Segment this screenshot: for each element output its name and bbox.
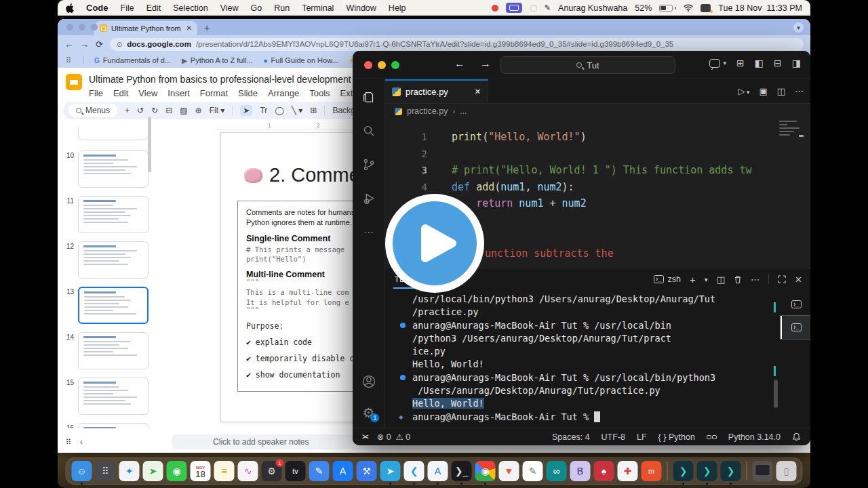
- text-tool-icon[interactable]: Tr: [260, 106, 267, 115]
- dock-icon-terminal[interactable]: ❯_: [452, 461, 472, 481]
- dock-icon-maps[interactable]: ➤: [143, 461, 163, 481]
- textbox-tool-icon[interactable]: ⊞: [310, 106, 317, 115]
- menubar-item-file[interactable]: File: [121, 3, 134, 13]
- slides-menu-format[interactable]: Format: [200, 88, 228, 98]
- accounts-icon[interactable]: [361, 373, 377, 390]
- reload-icon[interactable]: ⟳: [96, 39, 103, 49]
- slide-thumbnail-image[interactable]: [78, 196, 149, 233]
- copilot-status-icon[interactable]: [707, 435, 717, 439]
- select-tool-icon[interactable]: ➤: [240, 105, 252, 116]
- tab-close-icon[interactable]: ✕: [186, 24, 192, 32]
- dock-icon-chrome[interactable]: ◉: [475, 461, 496, 481]
- menubar-date[interactable]: Tue 18 Nov: [718, 3, 762, 13]
- slides-logo-icon[interactable]: [66, 74, 82, 90]
- command-center-search[interactable]: Tut: [500, 56, 675, 74]
- bookmark-item[interactable]: GFundamentals of d...: [94, 56, 171, 64]
- menubar-item-view[interactable]: View: [220, 3, 239, 13]
- dock-icon-arduino[interactable]: ∞: [547, 461, 567, 481]
- terminal-instance-1[interactable]: ❯_: [781, 293, 810, 316]
- terminal-instance-2[interactable]: ❯_: [781, 316, 810, 339]
- menubar-clock[interactable]: 11:33 PM: [766, 3, 802, 13]
- dock-icon-cards-app[interactable]: ♠: [594, 461, 614, 481]
- more-views-icon[interactable]: ⋯: [361, 224, 377, 241]
- nav-forward-icon[interactable]: →: [480, 58, 491, 70]
- close-panel-icon[interactable]: ✕: [795, 274, 802, 285]
- video-play-overlay[interactable]: [385, 194, 484, 293]
- presentation-title[interactable]: Ultimate Python from basics to professio…: [89, 74, 351, 85]
- slide-thumbnail-image[interactable]: [78, 287, 149, 324]
- dock-icon-facetime[interactable]: ◉: [167, 461, 187, 481]
- dock-icon-notes[interactable]: ≡: [214, 461, 235, 481]
- slides-menu-slide[interactable]: Slide: [238, 88, 258, 98]
- dock-icon-wave-app-3[interactable]: ❯: [721, 461, 741, 481]
- slide-thumbnail-12[interactable]: 12: [62, 241, 157, 279]
- notifications-bell-icon[interactable]: [792, 432, 801, 441]
- url-bar[interactable]: ⊙ docs.google.com/presentation/d/12Abs9E…: [110, 38, 804, 51]
- run-debug-icon[interactable]: [361, 190, 377, 207]
- nav-back-icon[interactable]: ←: [454, 58, 465, 70]
- menubar-item-window[interactable]: Window: [346, 3, 376, 13]
- battery-icon[interactable]: [659, 5, 676, 12]
- new-terminal-icon[interactable]: +: [690, 274, 696, 285]
- slide-thumbnail-image[interactable]: [78, 332, 149, 369]
- source-control-icon[interactable]: [361, 157, 377, 173]
- shell-label[interactable]: ❯_zsh: [654, 274, 681, 284]
- tab-practice-py[interactable]: practice.py ✕: [385, 79, 488, 103]
- back-icon[interactable]: ←: [64, 39, 73, 49]
- dock-icon-brave[interactable]: ▼: [499, 461, 519, 481]
- breadcrumb[interactable]: practice.py›...: [385, 104, 810, 119]
- redo-icon[interactable]: ↻: [151, 106, 158, 115]
- problems-indicator[interactable]: ⊗ 0 ⚠ 0: [377, 432, 410, 442]
- dock-icon-trash[interactable]: ▯: [776, 461, 797, 481]
- site-settings-icon[interactable]: ⊙: [117, 41, 122, 48]
- line-tool-icon[interactable]: ╲ ▾: [292, 106, 303, 115]
- apple-menu-icon[interactable]: [66, 3, 74, 13]
- customize-layout-icon[interactable]: ⊞: [736, 58, 745, 68]
- slide-thumbnail-image[interactable]: [78, 423, 149, 428]
- dock-icon-vscode[interactable]: ❮: [404, 461, 425, 481]
- kill-terminal-icon[interactable]: [734, 275, 742, 284]
- browser-tab[interactable]: Ultimate Python from basics ✕: [94, 21, 197, 35]
- dock-icon-launchpad[interactable]: ⠿: [96, 461, 116, 481]
- eol-indicator[interactable]: LF: [637, 432, 647, 442]
- pen-status-icon[interactable]: ✎: [545, 3, 551, 12]
- new-tab-button[interactable]: +: [204, 22, 210, 33]
- slide-thumbnail-image[interactable]: [78, 150, 149, 188]
- dock-icon-system-settings[interactable]: ⚙1: [262, 461, 282, 481]
- bookmark-item[interactable]: ▶Python A to Z full...: [182, 56, 252, 64]
- terminal-scrollbar[interactable]: [774, 380, 778, 408]
- zoom-icon[interactable]: ⊕: [195, 106, 202, 115]
- slides-menu-arrange[interactable]: Arrange: [268, 88, 299, 98]
- slides-menu-insert[interactable]: Insert: [167, 88, 190, 98]
- paint-format-icon[interactable]: ▨: [180, 106, 187, 115]
- undo-icon[interactable]: ↺: [137, 106, 144, 115]
- settings-gear-icon[interactable]: ⚙1: [363, 406, 375, 420]
- menubar-item-terminal[interactable]: Terminal: [302, 3, 334, 13]
- dock-icon-finder[interactable]: ☺: [72, 461, 92, 481]
- explorer-icon[interactable]: [361, 89, 377, 105]
- split-terminal-icon[interactable]: ◫: [717, 274, 725, 285]
- indent-indicator[interactable]: Spaces: 4: [552, 432, 590, 442]
- dock-icon-app-store[interactable]: A: [333, 461, 353, 481]
- slides-menu-view[interactable]: View: [138, 88, 157, 98]
- menus-search-button[interactable]: Menus: [68, 104, 117, 117]
- recording-indicator-icon[interactable]: [492, 5, 498, 12]
- split-editor-icon[interactable]: ◫: [777, 86, 785, 96]
- slide-thumbnail-partial[interactable]: [62, 127, 157, 142]
- maximize-panel-icon[interactable]: [778, 275, 786, 283]
- browser-window-controls[interactable]: [66, 24, 98, 30]
- grid-view-icon[interactable]: ⠿: [66, 438, 72, 447]
- run-python-icon[interactable]: ▷ ▾: [738, 86, 749, 96]
- slide-thumbnail-16[interactable]: 16: [62, 423, 157, 428]
- remote-window-icon[interactable]: ><: [362, 433, 368, 441]
- vscode-window-controls[interactable]: [364, 61, 399, 69]
- slide-thumbnail-11[interactable]: 11: [62, 196, 157, 233]
- toggle-secondary-sidebar-icon[interactable]: ◨: [792, 58, 801, 68]
- slide-thumbnail-image[interactable]: [78, 241, 149, 279]
- toggle-panel-icon[interactable]: ⊟: [774, 58, 782, 68]
- copilot-chat-icon[interactable]: ▾: [709, 59, 727, 68]
- dock-icon-dev-a[interactable]: A: [428, 461, 448, 481]
- dock-icon-health-app[interactable]: ✚: [618, 461, 638, 481]
- tab-close-icon[interactable]: ✕: [475, 87, 481, 96]
- minimap[interactable]: [776, 119, 805, 166]
